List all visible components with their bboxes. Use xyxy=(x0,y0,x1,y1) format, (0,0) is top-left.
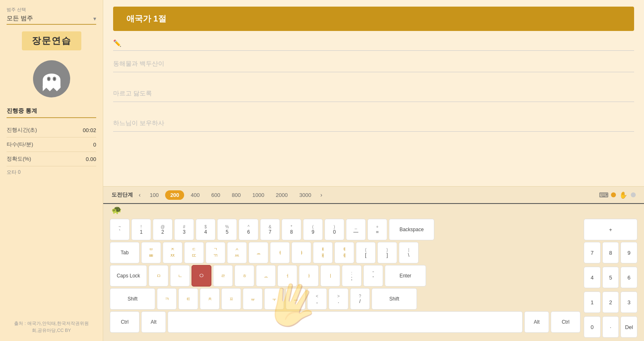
key-q[interactable]: ㅂㅃ xyxy=(141,242,161,263)
hand-icon[interactable]: ✋ xyxy=(618,190,628,200)
key-w[interactable]: ㅈㅉ xyxy=(163,242,182,263)
key-t[interactable]: ㅅㅆ xyxy=(227,242,247,263)
key-2[interactable]: @2 xyxy=(153,219,173,240)
key-bracket-r[interactable]: }] xyxy=(377,242,397,263)
key-enter[interactable]: Enter xyxy=(385,265,426,287)
key-i[interactable]: ㅑ xyxy=(291,242,311,263)
prev-level-button[interactable]: ‹ xyxy=(136,191,143,199)
stats-title: 진행중 통계 xyxy=(7,107,96,118)
key-d-highlighted[interactable]: ㅇ xyxy=(192,265,211,287)
key-alt-left[interactable]: Alt xyxy=(141,311,166,333)
key-j[interactable]: ㅓ xyxy=(277,265,297,287)
key-7[interactable]: &7 xyxy=(260,219,280,240)
key-v[interactable]: ㅍ xyxy=(221,288,241,310)
keyboard-icon[interactable]: ⌨ xyxy=(599,190,608,200)
key-e[interactable]: ㄷㄸ xyxy=(184,242,204,263)
numpad-1[interactable]: 1 xyxy=(584,291,601,313)
key-u[interactable]: ㅕ xyxy=(270,242,290,263)
chevron-down-icon: ▾ xyxy=(93,15,96,22)
key-k[interactable]: ㅏ xyxy=(299,265,319,287)
key-s[interactable]: ㄴ xyxy=(170,265,190,287)
numpad-del[interactable]: Del xyxy=(620,316,637,338)
key-n[interactable]: ㅜ xyxy=(264,288,284,310)
numpad-8[interactable]: 8 xyxy=(602,242,619,263)
key-z[interactable]: ㅋ xyxy=(157,288,177,310)
key-row-1: Tab ㅂㅃ ㅈㅉ ㄷㄸ ㄱㄲ ㅅㅆ ㅛ ㅕ ㅑ ㅒㅐ ㅖㅔ {[ }] |\ xyxy=(110,242,580,263)
key-a[interactable]: ㅁ xyxy=(149,265,168,287)
key-shift-left[interactable]: Shift xyxy=(110,288,155,310)
key-capslock[interactable]: Caps Lock xyxy=(110,265,147,287)
key-1[interactable]: !1 xyxy=(131,219,151,240)
edit-icon: ✏️ xyxy=(113,39,121,47)
level-100[interactable]: 100 xyxy=(145,190,164,200)
key-shift-right[interactable]: Shift xyxy=(372,288,417,310)
key-8[interactable]: *8 xyxy=(282,219,301,240)
key-h[interactable]: ㅗ xyxy=(256,265,276,287)
key-backspace[interactable]: Backspace xyxy=(389,219,434,240)
key-period[interactable]: >. xyxy=(329,288,348,310)
numpad-0[interactable]: 0 xyxy=(584,316,601,338)
numpad-5[interactable]: 5 xyxy=(602,267,619,288)
key-backslash[interactable]: |\ xyxy=(399,242,419,263)
numpad-3[interactable]: 3 xyxy=(620,291,637,313)
key-p[interactable]: ㅖㅔ xyxy=(334,242,354,263)
key-4[interactable]: $4 xyxy=(196,219,215,240)
key-semicolon[interactable]: :; xyxy=(342,265,362,287)
key-o[interactable]: ㅒㅐ xyxy=(313,242,333,263)
key-b[interactable]: ㅠ xyxy=(243,288,263,310)
key-f[interactable]: ㄹ xyxy=(213,265,233,287)
key-x[interactable]: ㅌ xyxy=(178,288,198,310)
source-text: 출처 : 애국가,안익태,한국저작권위원 회,공유마당,CC BY xyxy=(14,320,88,334)
level-1000[interactable]: 1000 xyxy=(247,190,269,200)
numpad-4[interactable]: 4 xyxy=(584,267,601,288)
numpad-9[interactable]: 9 xyxy=(620,242,637,263)
numpad-row-456: 4 5 6 xyxy=(584,267,637,288)
numpad-row-789: 7 8 9 xyxy=(584,242,637,263)
key-ctrl-right[interactable]: Ctrl xyxy=(551,311,580,333)
key-g[interactable]: ㅎ xyxy=(234,265,254,287)
level-2000[interactable]: 2000 xyxy=(271,190,293,200)
key-quote[interactable]: "' xyxy=(363,265,383,287)
level-3000[interactable]: 3000 xyxy=(294,190,316,200)
key-0[interactable]: )0 xyxy=(324,219,344,240)
level-800[interactable]: 800 xyxy=(227,190,246,200)
key-6[interactable]: ^6 xyxy=(239,219,258,240)
key-comma[interactable]: <, xyxy=(307,288,327,310)
category-select-row[interactable]: 모든 범주 ▾ xyxy=(7,14,96,25)
level-200[interactable]: 200 xyxy=(165,190,184,200)
key-m[interactable]: ㅡ xyxy=(286,288,305,310)
key-5[interactable]: %5 xyxy=(217,219,237,240)
key-ctrl-left[interactable]: Ctrl xyxy=(110,311,140,333)
input-row-active: ✏️ xyxy=(113,36,634,51)
next-level-button[interactable]: › xyxy=(318,191,325,199)
key-bracket-l[interactable]: {[ xyxy=(356,242,376,263)
key-r[interactable]: ㄱㄲ xyxy=(206,242,225,263)
numpad-2[interactable]: 2 xyxy=(602,291,619,313)
key-minus[interactable]: _— xyxy=(346,219,366,240)
key-y[interactable]: ㅛ xyxy=(249,242,268,263)
key-tab[interactable]: Tab xyxy=(110,242,140,263)
numpad-7[interactable]: 7 xyxy=(584,242,601,263)
level-400[interactable]: 400 xyxy=(186,190,205,200)
stat-row-speed: 타수(타/분) 0 xyxy=(7,137,96,152)
key-equals[interactable]: += xyxy=(367,219,387,240)
key-space[interactable] xyxy=(168,311,523,333)
hint-line-2: 마르고 닳도록 xyxy=(113,85,634,102)
key-3[interactable]: #3 xyxy=(174,219,194,240)
exercise-title: 애국가 1절 xyxy=(113,7,634,31)
keyboard-section: 도전단계 ‹ 100 200 400 600 800 1000 2000 300… xyxy=(103,186,644,341)
main-content: 애국가 1절 ✏️ 동해물과 백두산이 마르고 닳도록 하느님이 보우하사 도전… xyxy=(103,0,644,341)
numpad-plus[interactable]: + xyxy=(584,219,637,240)
key-alt-right[interactable]: Alt xyxy=(524,311,549,333)
level-600[interactable]: 600 xyxy=(206,190,225,200)
typing-input[interactable] xyxy=(125,40,634,47)
key-l[interactable]: ㅣ xyxy=(320,265,340,287)
key-c[interactable]: ㅊ xyxy=(200,288,220,310)
numpad-dot[interactable]: · xyxy=(602,316,619,338)
dot-gray-1 xyxy=(631,192,636,197)
turtle-icon: 🐢 xyxy=(111,204,122,215)
key-9[interactable]: (9 xyxy=(303,219,323,240)
numpad-6[interactable]: 6 xyxy=(620,267,637,288)
key-backtick[interactable]: ~` xyxy=(110,219,130,240)
key-slash[interactable]: ?/ xyxy=(350,288,370,310)
